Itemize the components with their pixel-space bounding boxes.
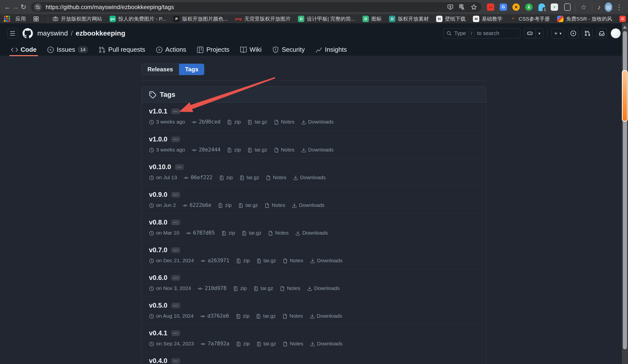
x-blocker-extension-icon[interactable]: ✕ xyxy=(512,3,520,11)
tag-zip-link[interactable]: zip xyxy=(221,230,235,236)
reload-button[interactable]: ↻ xyxy=(19,2,27,12)
translate-extension-icon[interactable]: G xyxy=(500,3,507,11)
scrollbar-up-arrow-icon[interactable] xyxy=(623,26,627,29)
tag-targz-link[interactable]: tar.gz xyxy=(253,285,273,291)
tab-wiki[interactable]: Wiki xyxy=(235,43,266,56)
tag-downloads-link[interactable]: Downloads xyxy=(310,258,343,263)
global-menu-icon[interactable] xyxy=(7,28,18,39)
tag-downloads-link[interactable]: Downloads xyxy=(292,202,324,208)
inbox-icon[interactable] xyxy=(597,28,607,39)
back-button[interactable]: ← xyxy=(3,2,11,12)
tab-projects[interactable]: Projects xyxy=(192,43,234,56)
bookmark-item[interactable]: P版权开放图片颜色... xyxy=(173,15,228,22)
tag-targz-link[interactable]: tar.gz xyxy=(247,147,267,153)
tag-name-link[interactable]: v0.7.0 xyxy=(149,246,167,254)
tags-toggle-button[interactable]: Tags xyxy=(179,64,204,75)
search-input[interactable]: Type / to search xyxy=(443,28,520,39)
repo-name-link[interactable]: ezbookkeeping xyxy=(76,29,125,37)
tag-name-link[interactable]: v0.8.0 xyxy=(149,219,167,226)
tag-name-link[interactable]: v0.10.0 xyxy=(149,163,171,171)
browser-profile-avatar[interactable]: ▤ xyxy=(605,2,612,12)
tag-targz-link[interactable]: tar.gz xyxy=(238,202,258,208)
tag-more-actions-icon[interactable]: ⋯ xyxy=(171,358,180,364)
address-bar[interactable]: https://github.com/mayswind/ezbookkeepin… xyxy=(31,2,481,12)
tag-commit-link[interactable]: 6222b6e xyxy=(183,202,212,208)
bookmark-item[interactable]: D图标 xyxy=(362,15,382,22)
tag-notes-link[interactable]: Notes xyxy=(282,313,303,319)
tab-groups-icon[interactable] xyxy=(33,16,39,22)
bookmark-item[interactable]: 开放版权图片网站 xyxy=(53,15,102,22)
tag-zip-link[interactable]: zip xyxy=(233,285,247,291)
bookmark-star-icon[interactable] xyxy=(471,4,477,10)
issues-global-icon[interactable] xyxy=(568,28,578,39)
sparkle-bookmark-icon[interactable]: ☆ xyxy=(579,3,588,11)
tag-commit-link[interactable]: 06ef222 xyxy=(184,175,213,181)
translate-page-icon[interactable] xyxy=(459,4,465,10)
page-scrollbar[interactable] xyxy=(622,23,628,364)
create-new-button[interactable]: +▾ xyxy=(551,28,564,39)
tab-pull-requests[interactable]: Pull requests xyxy=(94,43,150,56)
tag-downloads-link[interactable]: Downloads xyxy=(310,313,342,319)
tag-notes-link[interactable]: Notes xyxy=(268,230,289,236)
tag-downloads-link[interactable]: Downloads xyxy=(301,147,334,153)
tag-notes-link[interactable]: Notes xyxy=(283,258,303,263)
tag-notes-link[interactable]: Notes xyxy=(265,202,285,208)
tag-targz-link[interactable]: tar.gz xyxy=(242,230,261,236)
bookmark-item[interactable]: D设计甲板| 完整的简... xyxy=(298,15,355,22)
clipboard-extension-icon[interactable] xyxy=(563,3,571,11)
tag-targz-link[interactable]: tar.gz xyxy=(256,313,276,319)
bookmark-item[interactable]: png无背景版权开放图片 xyxy=(235,15,291,22)
tag-name-link[interactable]: v0.4.1 xyxy=(149,329,167,337)
bookmark-item[interactable]: M基础教学 xyxy=(473,15,502,22)
tag-more-actions-icon[interactable]: ⋯ xyxy=(171,136,180,142)
bookmark-item[interactable]: C你需要来自XXX的... xyxy=(620,15,628,22)
tag-more-actions-icon[interactable]: ⋯ xyxy=(171,330,180,336)
tag-more-actions-icon[interactable]: ⋯ xyxy=(171,303,180,308)
copilot-icon[interactable] xyxy=(524,28,536,38)
user-avatar[interactable] xyxy=(611,28,621,38)
tab-issues[interactable]: Issues14 xyxy=(42,43,92,56)
tag-targz-link[interactable]: tar.gz xyxy=(247,119,267,125)
tag-notes-link[interactable]: Notes xyxy=(283,341,303,347)
tag-name-link[interactable]: v0.6.0 xyxy=(149,274,167,282)
tag-zip-link[interactable]: zip xyxy=(236,313,250,319)
tag-commit-link[interactable]: a263971 xyxy=(201,258,230,263)
bookmark-item[interactable]: H壁纸下载 xyxy=(436,15,466,22)
tag-name-link[interactable]: v0.9.0 xyxy=(149,191,167,198)
tag-more-actions-icon[interactable]: ⋯ xyxy=(175,164,184,170)
tag-downloads-link[interactable]: Downloads xyxy=(310,341,343,347)
tag-commit-link[interactable]: 210d978 xyxy=(198,285,227,291)
tag-commit-link[interactable]: 20e2444 xyxy=(192,147,221,153)
github-logo[interactable] xyxy=(23,28,33,39)
bookmark-item[interactable]: px惊人的免费图片 - P... xyxy=(109,15,166,22)
tab-security[interactable]: Security xyxy=(267,43,309,56)
tag-downloads-link[interactable]: Downloads xyxy=(295,230,328,236)
red-dots-extension-icon[interactable]: ●● xyxy=(487,3,495,11)
tag-more-actions-icon[interactable]: ⋯ xyxy=(171,192,180,198)
tag-name-link[interactable]: v1.0.1 xyxy=(149,108,167,115)
tag-commit-link[interactable]: 2b90ced xyxy=(192,119,221,125)
tag-targz-link[interactable]: tar.gz xyxy=(239,175,259,181)
site-settings-icon[interactable] xyxy=(34,3,42,11)
tag-notes-link[interactable]: Notes xyxy=(274,119,295,125)
tag-zip-link[interactable]: zip xyxy=(218,202,232,208)
tag-zip-link[interactable]: zip xyxy=(236,341,250,347)
tag-name-link[interactable]: v0.4.0 xyxy=(149,357,167,364)
bookmark-item[interactable]: D版权开放素材 xyxy=(389,15,429,22)
tab-actions[interactable]: Actions xyxy=(151,43,191,56)
tag-targz-link[interactable]: tar.gz xyxy=(256,258,276,263)
tag-notes-link[interactable]: Notes xyxy=(274,147,295,153)
tag-downloads-link[interactable]: Downloads xyxy=(293,175,326,181)
tag-notes-link[interactable]: Notes xyxy=(280,285,300,291)
scroll-position-marker[interactable] xyxy=(622,70,628,121)
browser-menu-icon[interactable]: ⋮ xyxy=(614,3,625,11)
forward-button[interactable]: → xyxy=(11,2,20,12)
tag-notes-link[interactable]: Notes xyxy=(266,175,286,181)
tag-commit-link[interactable]: 6787d05 xyxy=(186,230,215,236)
releases-toggle-button[interactable]: Releases xyxy=(142,64,179,75)
tag-more-actions-icon[interactable]: ⋯ xyxy=(171,247,180,253)
idm-download-extension-icon[interactable]: ⇩ xyxy=(525,3,533,11)
tag-targz-link[interactable]: tar.gz xyxy=(256,341,276,347)
tag-zip-link[interactable]: zip xyxy=(227,147,241,153)
tag-more-actions-icon[interactable]: ⋯ xyxy=(171,275,180,281)
